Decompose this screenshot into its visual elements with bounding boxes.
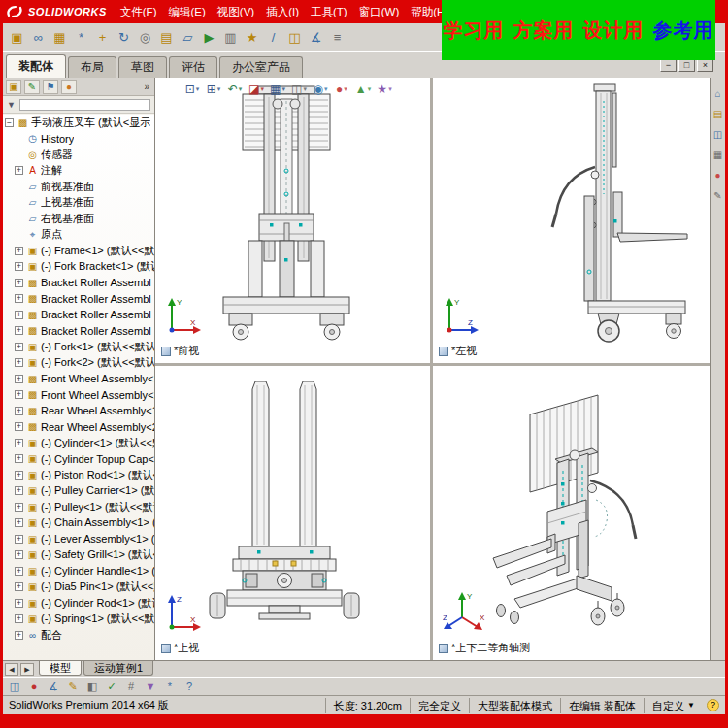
scroll-right-icon[interactable]: ▶ — [20, 663, 34, 676]
explode-line-sketch-icon[interactable]: / — [263, 27, 283, 48]
smart-fasteners-icon[interactable]: * — [71, 27, 91, 48]
measure-icon[interactable]: ∡ — [306, 27, 326, 48]
zoom-area-icon[interactable]: ⊞ — [204, 80, 223, 99]
tree-root[interactable]: − ▩ 手动液压叉车 (默认<显示 — [3, 115, 154, 131]
customize-dropdown[interactable]: 自定义 ▼ — [644, 698, 703, 713]
expand-toggle[interactable]: + — [15, 503, 23, 512]
viewport-isometric[interactable]: Y X Z *上下二等角轴测 — [433, 366, 710, 660]
insert-component-icon[interactable]: ▣ — [7, 27, 27, 48]
viewport-top[interactable]: Z X *上视 — [155, 366, 430, 660]
zoom-fit-icon[interactable]: ⊡ — [182, 80, 202, 99]
propertymanager-tab-icon[interactable]: ✎ — [24, 80, 40, 94]
show-hidden-components-icon[interactable]: ◎ — [135, 27, 155, 48]
reference-geometry-icon[interactable]: ▱ — [178, 27, 198, 48]
expand-toggle[interactable]: + — [15, 390, 23, 399]
tree-item[interactable]: ⌖ 原点 — [3, 227, 154, 244]
move-component-icon[interactable]: + — [92, 27, 113, 48]
tree-item[interactable]: + ▣ (-) Fork Bracket<1> (默认< — [3, 259, 154, 276]
interference-detection-icon[interactable]: ◫ — [284, 27, 305, 48]
command-tab[interactable]: 装配体 — [6, 54, 66, 78]
design-library-icon[interactable]: ▤ — [711, 108, 725, 121]
view-orientation-icon[interactable]: ▦ — [268, 80, 287, 99]
tree-item[interactable]: + ▣ (-) Piston Rod<1> (默认<< — [3, 467, 154, 483]
mass-properties-icon[interactable]: ≡ — [327, 27, 347, 48]
menu-item[interactable]: 文件(F) — [115, 5, 163, 19]
panel-expand-chevron[interactable]: » — [144, 82, 151, 92]
expand-toggle[interactable]: + — [15, 486, 23, 495]
measure-tool-icon[interactable]: ∡ — [45, 678, 62, 695]
expand-toggle[interactable]: − — [5, 118, 14, 127]
expand-toggle[interactable]: + — [15, 631, 23, 640]
bill-of-materials-icon[interactable]: ▥ — [220, 27, 241, 48]
menu-item[interactable]: 视图(V) — [212, 5, 260, 19]
command-tab[interactable]: 评估 — [169, 56, 217, 78]
expand-toggle[interactable]: + — [15, 567, 23, 576]
viewport-front[interactable]: Y X *前视 — [155, 78, 430, 363]
tree-item[interactable]: + ▩ Bracket Roller Assembl — [3, 275, 154, 291]
tree-item[interactable]: + ▣ (-) Cylinder Handle<1> (默 — [3, 563, 154, 579]
record-video-icon[interactable]: ● — [25, 678, 43, 695]
displaymanager-tab-icon[interactable]: ● — [61, 80, 77, 94]
tree-item[interactable]: + ▣ (-) Cylinder Rod<1> (默认 — [3, 595, 154, 612]
file-explorer-icon[interactable]: ◫ — [711, 128, 725, 142]
screen-capture-icon[interactable]: ◫ — [6, 678, 23, 695]
close-button[interactable]: × — [697, 58, 713, 72]
configurationmanager-tab-icon[interactable]: ⚑ — [43, 80, 58, 94]
tree-item[interactable]: ◷ History — [3, 131, 154, 148]
expand-toggle[interactable]: + — [15, 375, 23, 383]
expand-toggle[interactable]: + — [15, 166, 23, 175]
expand-toggle[interactable]: + — [15, 471, 23, 480]
featuremanager-tab-icon[interactable]: ▣ — [6, 80, 21, 94]
filter-icon[interactable]: ▼ — [142, 678, 159, 695]
tree-item[interactable]: + ▣ (-) Lever Assembly<1> (默 — [3, 531, 154, 547]
tree-item[interactable]: + ▩ Bracket Roller Assembl — [3, 307, 154, 323]
tree-item[interactable]: + ▩ Front Wheel Assembly<1 — [3, 371, 154, 387]
tree-item[interactable]: ▱ 前视基准面 — [3, 179, 154, 195]
command-tab[interactable]: 布局 — [68, 56, 116, 78]
section-view-icon[interactable]: ◪ — [247, 80, 266, 99]
horizontal-splitter[interactable] — [155, 363, 710, 366]
compare-icon[interactable]: ◧ — [83, 678, 101, 695]
linear-pattern-icon[interactable]: ▦ — [50, 27, 70, 48]
tree-item[interactable]: + ▣ (-) Cylinder<1> (默认<<默 — [3, 435, 154, 451]
minimize-button[interactable]: − — [660, 58, 677, 72]
tree-item[interactable]: + ∞ 配合 — [3, 627, 154, 644]
command-tab[interactable]: 草图 — [118, 56, 167, 78]
expand-toggle[interactable]: + — [15, 279, 23, 287]
restore-button[interactable]: □ — [678, 58, 695, 72]
mate-icon[interactable]: ∞ — [28, 27, 49, 48]
tree-item[interactable]: + ▩ Bracket Roller Assembl — [3, 323, 154, 340]
command-tab[interactable]: 办公室产品 — [219, 56, 303, 78]
tree-item[interactable]: + ▣ (-) Pulley<1> (默认<<默认 — [3, 499, 154, 515]
exploded-view-icon[interactable]: ★ — [242, 27, 262, 48]
tree-item[interactable]: + ▣ (-) Fork<2> (默认<<默认> — [3, 355, 154, 372]
help-icon[interactable]: ? — [181, 678, 198, 695]
tree-item[interactable]: + A 注解 — [3, 163, 154, 180]
filter-input[interactable] — [19, 99, 150, 111]
apply-scene-icon[interactable]: ▲ — [353, 80, 373, 99]
expand-toggle[interactable]: + — [15, 582, 23, 591]
expand-toggle[interactable]: + — [15, 439, 23, 447]
grid-snap-icon[interactable]: # — [122, 678, 140, 695]
expand-toggle[interactable]: + — [15, 407, 23, 415]
options-icon[interactable]: * — [161, 678, 179, 695]
display-style-icon[interactable]: ◫ — [289, 80, 309, 99]
tree-filter-bar[interactable]: ▼ — [3, 96, 154, 114]
tree-item[interactable]: + ▣ (-) Frame<1> (默认<<默认 — [3, 243, 154, 259]
tree-item[interactable]: + ▣ (-) Fork<1> (默认<<默认>_ — [3, 339, 154, 355]
expand-toggle[interactable]: + — [15, 311, 23, 319]
tree-item[interactable]: ▱ 上视基准面 — [3, 195, 154, 212]
expand-toggle[interactable]: + — [15, 326, 23, 335]
expand-toggle[interactable]: + — [15, 535, 23, 544]
expand-toggle[interactable]: + — [15, 262, 23, 271]
tree-item[interactable]: + ▣ (-) Dia5 Pin<1> (默认<<默 — [3, 579, 154, 596]
study-tab[interactable]: 运动算例1 — [83, 661, 153, 676]
view-settings-icon[interactable]: ★ — [375, 80, 394, 99]
tree-item[interactable]: ▱ 右视基准面 — [3, 211, 154, 227]
rotate-component-icon[interactable]: ↻ — [114, 27, 134, 48]
check-icon[interactable]: ✓ — [103, 678, 120, 695]
tree-item[interactable]: + ▣ (-) Chain Assembly<1> (默 — [3, 515, 154, 532]
tree-item[interactable]: + ▣ (-) Pulley Carrier<1> (默认 — [3, 483, 154, 500]
expand-toggle[interactable]: + — [15, 454, 23, 463]
markup-icon[interactable]: ✎ — [64, 678, 82, 695]
